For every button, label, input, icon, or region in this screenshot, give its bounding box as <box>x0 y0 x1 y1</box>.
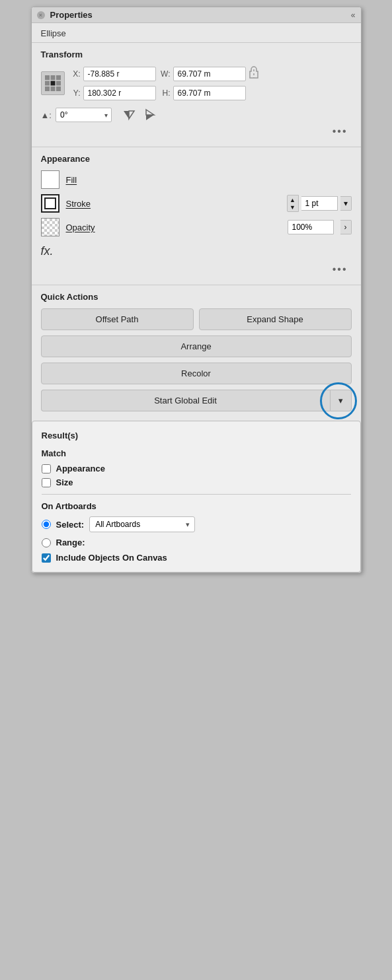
svg-rect-5 <box>56 81 61 86</box>
on-artboards-title: On Artboards <box>42 501 351 511</box>
properties-panel: × Properties « Ellipse Transform <box>31 7 362 573</box>
collapse-button[interactable]: « <box>351 11 356 20</box>
transform-section: Transform <box>32 43 361 147</box>
angle-icons <box>121 107 158 123</box>
results-title: Result(s) <box>42 431 351 440</box>
fill-swatch[interactable] <box>41 170 59 189</box>
sge-arrow-button[interactable]: ▾ <box>330 390 352 411</box>
angle-select[interactable]: 0° 90° 180° 270° <box>56 108 112 122</box>
w-input[interactable] <box>173 67 246 81</box>
start-global-edit-button[interactable]: Start Global Edit <box>41 390 330 411</box>
svg-marker-10 <box>124 111 129 119</box>
include-label: Include Objects On Canvas <box>56 553 167 563</box>
svg-rect-2 <box>56 75 61 80</box>
x-label: X: <box>69 69 81 79</box>
svg-rect-6 <box>45 87 50 91</box>
transform-more-button[interactable]: ••• <box>41 123 352 140</box>
fill-label[interactable]: Fill <box>66 175 77 185</box>
size-checkbox[interactable] <box>42 478 51 487</box>
transform-title: Transform <box>41 50 352 59</box>
select-radio-row: Select: All Artboards Current Artboard C… <box>42 516 351 532</box>
expand-shape-button[interactable]: Expand Shape <box>199 308 352 330</box>
select-radio[interactable] <box>42 520 51 529</box>
shape-label: Ellipse <box>41 28 66 38</box>
quick-actions-title: Quick Actions <box>41 292 352 302</box>
panel-title: Properties <box>50 10 93 20</box>
appearance-more-button[interactable]: ••• <box>41 261 352 278</box>
results-dropdown-panel: Result(s) Match Appearance Size On Artbo… <box>32 421 361 573</box>
range-radio-label: Range: <box>56 538 85 547</box>
opacity-row: Opacity › <box>41 218 352 236</box>
header-left: × Properties <box>37 10 93 20</box>
svg-marker-11 <box>129 111 134 119</box>
yh-fields-row: Y: H: <box>69 86 352 100</box>
range-radio-row: Range: <box>42 538 351 547</box>
fill-row: Fill <box>41 170 352 189</box>
range-radio[interactable] <box>42 538 51 547</box>
artboards-select[interactable]: All Artboards Current Artboard Custom <box>89 516 195 532</box>
svg-rect-7 <box>50 87 55 91</box>
arrange-button[interactable]: Arrange <box>41 335 352 357</box>
h-input[interactable] <box>173 86 246 100</box>
angle-icon: ▲: <box>41 110 52 120</box>
opacity-input[interactable] <box>288 220 334 234</box>
stroke-row: Stroke ▲ ▼ ▾ <box>41 194 352 213</box>
recolor-button[interactable]: Recolor <box>41 363 352 384</box>
quick-actions-section: Quick Actions Offset Path Expand Shape A… <box>32 285 361 418</box>
appearance-checkbox-row: Appearance <box>42 464 351 473</box>
opacity-label[interactable]: Opacity <box>66 223 95 232</box>
svg-marker-12 <box>146 115 154 120</box>
transform-grid: X: W: Y: <box>41 66 352 123</box>
stroke-controls: ▲ ▼ ▾ <box>287 195 352 212</box>
offset-path-button[interactable]: Offset Path <box>41 308 194 330</box>
x-input[interactable] <box>83 67 156 81</box>
opacity-arrow[interactable]: › <box>340 220 352 234</box>
y-label: Y: <box>69 88 81 98</box>
close-button[interactable]: × <box>37 11 45 19</box>
lock-proportions-icon[interactable] <box>249 66 259 82</box>
appearance-section: Appearance Fill Stroke ▲ ▼ ▾ Opacity <box>32 147 361 285</box>
artboards-select-wrapper: All Artboards Current Artboard Custom <box>89 516 195 532</box>
xy-fields-row: X: W: <box>69 66 352 82</box>
y-input[interactable] <box>83 86 156 100</box>
appearance-checkbox-label: Appearance <box>56 464 105 473</box>
w-label: W: <box>159 69 171 79</box>
svg-marker-13 <box>146 110 154 115</box>
stroke-label[interactable]: Stroke <box>66 199 91 209</box>
svg-rect-4 <box>50 81 55 86</box>
stroke-spinner[interactable]: ▲ ▼ <box>287 195 299 212</box>
quick-actions-grid: Offset Path Expand Shape Arrange Recolor… <box>41 308 352 411</box>
angle-row: ▲: 0° 90° 180° 270° <box>41 107 352 123</box>
svg-rect-0 <box>45 75 50 80</box>
divider <box>42 494 351 495</box>
svg-rect-8 <box>56 87 61 91</box>
svg-rect-3 <box>45 81 50 86</box>
stroke-swatch[interactable] <box>41 194 59 213</box>
sge-container: Start Global Edit ▾ <box>41 390 352 411</box>
stroke-dropdown[interactable]: ▾ <box>340 196 352 211</box>
include-row: Include Objects On Canvas <box>42 553 351 563</box>
transform-fields: X: W: Y: <box>69 66 352 100</box>
match-title: Match <box>42 448 351 458</box>
shape-label-section: Ellipse <box>32 23 361 43</box>
size-checkbox-row: Size <box>42 477 351 487</box>
include-checkbox[interactable] <box>42 553 51 563</box>
appearance-title: Appearance <box>41 154 352 164</box>
transform-xy-row: X: W: Y: <box>41 66 352 100</box>
panel-header: × Properties « <box>32 7 361 23</box>
flip-horizontal-icon[interactable] <box>121 107 137 123</box>
svg-rect-1 <box>50 75 55 80</box>
opacity-swatch[interactable] <box>41 218 59 236</box>
appearance-checkbox[interactable] <box>42 464 51 473</box>
first-qa-row: Offset Path Expand Shape <box>41 308 352 330</box>
angle-dropdown-wrapper: 0° 90° 180° 270° <box>56 108 112 122</box>
sge-row: Start Global Edit ▾ <box>41 390 352 411</box>
h-label: H: <box>159 88 171 98</box>
size-checkbox-label: Size <box>56 477 73 487</box>
transform-reference-icon[interactable] <box>41 71 65 95</box>
fx-button[interactable]: fx. <box>41 244 54 258</box>
select-radio-label: Select: <box>56 520 85 530</box>
flip-vertical-icon[interactable] <box>142 107 158 123</box>
stroke-value-input[interactable] <box>301 196 338 211</box>
